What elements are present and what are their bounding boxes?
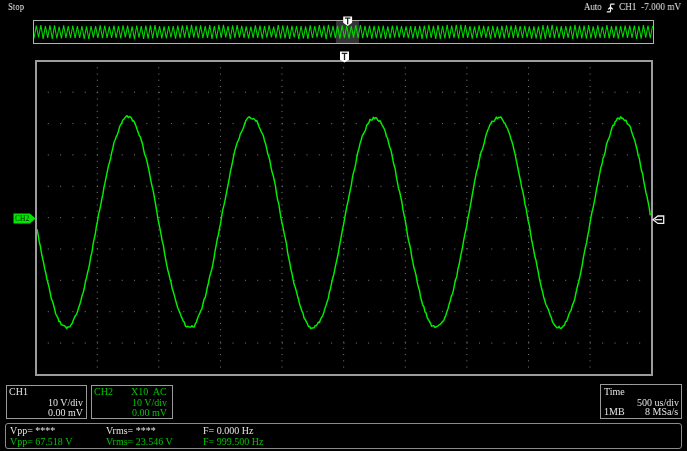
svg-text:CH2: CH2 (15, 214, 29, 223)
